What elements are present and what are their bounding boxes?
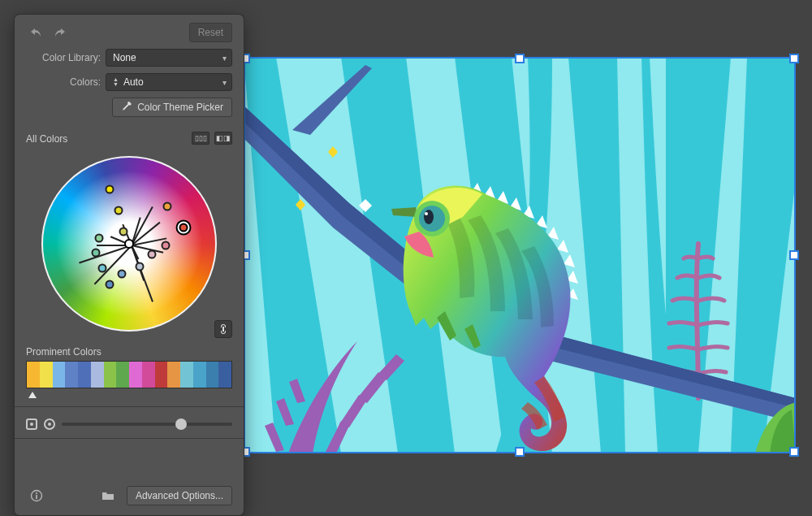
swatch[interactable] <box>78 362 91 388</box>
stepper-icon: ▲▼ <box>113 77 119 87</box>
folder-button[interactable] <box>97 486 119 505</box>
swatch[interactable] <box>218 362 231 388</box>
all-colors-label: All Colors <box>26 133 67 145</box>
artwork-canvas[interactable] <box>244 57 796 453</box>
swatch[interactable] <box>27 362 40 388</box>
link-icon <box>218 323 228 335</box>
wheel-color-node[interactable] <box>106 184 114 193</box>
swatch[interactable] <box>142 362 155 388</box>
swatch[interactable] <box>193 362 206 388</box>
prominent-colors-label: Prominent Colors <box>26 346 232 358</box>
wheel-color-node[interactable] <box>119 227 128 236</box>
chevron-down-icon: ▾ <box>222 54 227 63</box>
wheel-color-node[interactable] <box>91 248 100 257</box>
redo-button[interactable] <box>49 23 70 42</box>
advanced-options-button[interactable]: Advanced Options... <box>127 486 232 505</box>
swatch[interactable] <box>53 362 66 388</box>
swatch[interactable] <box>167 362 180 388</box>
wheel-color-node[interactable] <box>95 234 104 243</box>
undo-icon <box>30 27 43 38</box>
prominent-swatches[interactable] <box>26 361 232 388</box>
saturation-brightness-button[interactable]: ◧◨ <box>214 132 232 145</box>
color-library-value: None <box>113 52 136 63</box>
reset-button[interactable]: Reset <box>189 23 232 42</box>
color-library-select[interactable]: None ▾ <box>106 49 232 67</box>
swatch[interactable] <box>65 362 78 388</box>
swatch[interactable] <box>104 362 117 388</box>
mode-radio-a[interactable] <box>26 418 37 430</box>
svg-point-28 <box>36 492 37 494</box>
swatch[interactable] <box>155 362 168 388</box>
wheel-color-node[interactable] <box>162 241 171 250</box>
random-order-button[interactable]: ▯▯▯ <box>192 132 209 145</box>
swatch-indicator[interactable] <box>28 392 37 398</box>
folder-icon <box>102 490 114 501</box>
swatch[interactable] <box>180 362 193 388</box>
svg-rect-26 <box>222 327 224 332</box>
colors-label: Colors: <box>26 76 101 88</box>
svg-point-24 <box>424 210 434 224</box>
swatch[interactable] <box>40 362 53 388</box>
adjust-slider[interactable] <box>62 423 232 426</box>
wheel-color-node[interactable] <box>98 264 107 273</box>
color-wheel[interactable] <box>26 148 232 340</box>
wheel-color-node[interactable] <box>163 202 172 211</box>
redo-icon <box>53 27 66 38</box>
swatch[interactable] <box>116 362 129 388</box>
recolor-panel: Reset Color Library: None ▾ Colors: ▲▼ A… <box>15 15 244 515</box>
colors-select[interactable]: ▲▼ Auto ▾ <box>106 73 232 91</box>
color-library-label: Color Library: <box>26 52 101 63</box>
mode-radio-b[interactable] <box>44 418 55 430</box>
swatch[interactable] <box>91 362 104 388</box>
svg-rect-29 <box>36 495 37 499</box>
wheel-color-node[interactable] <box>106 280 114 288</box>
colors-value: Auto <box>123 76 144 88</box>
wheel-color-node[interactable] <box>135 262 144 271</box>
info-button[interactable] <box>26 486 47 505</box>
undo-button[interactable] <box>26 23 47 42</box>
color-theme-picker-button[interactable]: Color Theme Picker <box>112 98 232 117</box>
wheel-color-node[interactable] <box>118 269 127 278</box>
swatch[interactable] <box>129 362 142 388</box>
info-icon <box>30 489 43 502</box>
wheel-color-node[interactable] <box>179 223 188 232</box>
chameleon-artwork <box>244 57 796 453</box>
swatch[interactable] <box>206 362 219 388</box>
link-colors-toggle[interactable] <box>214 320 232 338</box>
chevron-down-icon: ▾ <box>222 78 227 87</box>
eyedropper-icon <box>121 102 132 113</box>
wheel-color-node[interactable] <box>114 206 123 215</box>
svg-point-25 <box>425 212 428 215</box>
wheel-color-node[interactable] <box>147 249 156 258</box>
